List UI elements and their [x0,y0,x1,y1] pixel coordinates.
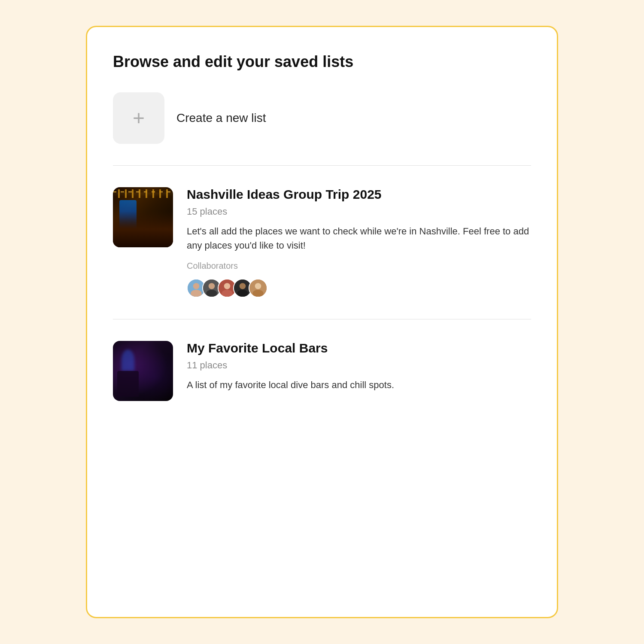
page-title: Browse and edit your saved lists [113,53,531,71]
svg-point-1 [193,283,200,289]
collaborators-label: Collaborators [187,261,531,271]
nashville-content: Nashville Ideas Group Trip 2025 15 place… [187,187,531,298]
local-bars-description: A list of my favorite local dive bars an… [187,378,531,392]
create-new-list-button[interactable]: + Create a new list [113,92,531,144]
collaborator-avatars [187,279,531,298]
svg-point-5 [206,290,217,298]
svg-point-7 [224,283,231,289]
local-bars-list-name: My Favorite Local Bars [187,341,531,355]
svg-point-10 [240,283,246,289]
divider-1 [113,165,531,166]
nashville-thumbnail [113,187,173,247]
local-bars-content: My Favorite Local Bars 11 places A list … [187,341,531,401]
svg-point-11 [237,290,248,298]
divider-2 [113,319,531,319]
create-new-list-label: Create a new list [176,111,266,125]
nashville-places-count: 15 places [187,206,531,217]
nashville-list-name: Nashville Ideas Group Trip 2025 [187,187,531,202]
list-item-nashville[interactable]: Nashville Ideas Group Trip 2025 15 place… [113,187,531,298]
svg-point-8 [222,290,232,298]
local-bars-thumbnail [113,341,173,401]
svg-point-4 [209,283,215,289]
svg-point-14 [252,290,263,298]
main-card: Browse and edit your saved lists + Creat… [86,26,558,618]
plus-icon: + [133,108,145,128]
list-item-local-bars[interactable]: My Favorite Local Bars 11 places A list … [113,341,531,401]
nashville-description: Let's all add the places we want to chec… [187,224,531,252]
avatar-5 [249,279,267,298]
svg-point-2 [191,290,201,298]
svg-point-13 [255,283,261,289]
local-bars-places-count: 11 places [187,360,531,371]
create-icon-box: + [113,92,164,144]
